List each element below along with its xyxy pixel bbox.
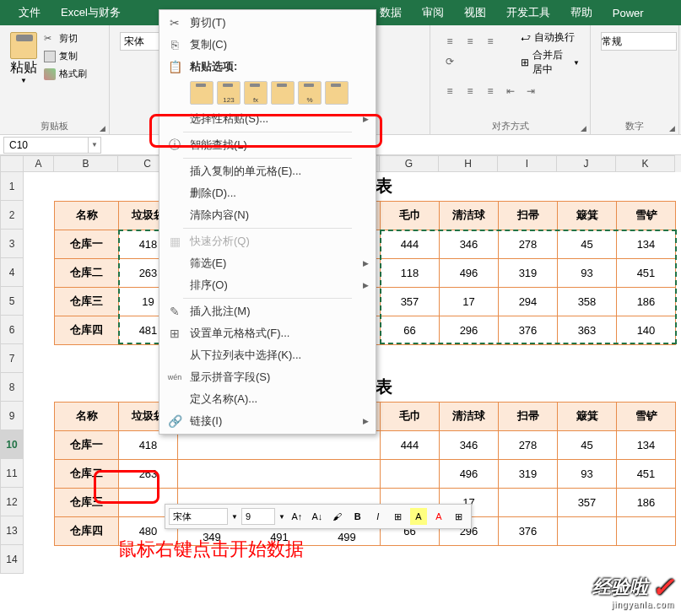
col-header-J[interactable]: J — [557, 155, 616, 172]
align-middle-icon[interactable]: ≡ — [461, 32, 479, 51]
data-cell[interactable]: 134 — [617, 430, 676, 459]
paste-opt-values[interactable]: 123 — [217, 81, 241, 105]
align-bottom-icon[interactable]: ≡ — [481, 32, 500, 51]
ctx-insert-copied[interactable]: 插入复制的单元格(E)... — [159, 160, 376, 182]
ctx-cut[interactable]: ✂ 剪切(T) — [159, 12, 376, 34]
paste-opt-link[interactable] — [325, 81, 349, 105]
menu-excel-finance[interactable]: Excel与财务 — [51, 0, 131, 25]
menu-file[interactable]: 文件 — [8, 0, 51, 25]
header-cell[interactable]: 扫帚 — [499, 201, 558, 230]
align-right-icon[interactable]: ≡ — [481, 82, 500, 100]
ctx-delete[interactable]: 删除(D)... — [159, 182, 376, 204]
align-top-icon[interactable]: ≡ — [440, 32, 459, 51]
header-cell[interactable]: 簸箕 — [558, 402, 617, 430]
row-header[interactable]: 5 — [0, 287, 24, 316]
menu-help[interactable]: 帮助 — [560, 0, 603, 25]
ctx-format-cells[interactable]: ⊞ 设置单元格格式(F)... — [159, 322, 376, 344]
mini-bold[interactable]: B — [349, 508, 366, 525]
mini-increase-font[interactable]: A↑ — [289, 508, 305, 525]
row-label-cell[interactable]: 仓库一 — [55, 230, 119, 258]
row-label-cell[interactable]: 仓库三 — [55, 488, 119, 516]
data-cell[interactable]: 45 — [558, 430, 617, 459]
paste-opt-transpose[interactable] — [271, 81, 295, 105]
row-header[interactable]: 3 — [0, 230, 24, 258]
data-cell[interactable]: 263 — [119, 459, 178, 488]
mini-border[interactable]: ⊞ — [390, 508, 407, 525]
merge-button[interactable]: ⊞ 合并后居中 ▼ — [517, 46, 583, 78]
row-label-cell[interactable]: 仓库二 — [55, 459, 119, 488]
name-box[interactable]: C10 — [3, 137, 88, 154]
data-cell[interactable]: 346 — [440, 430, 499, 459]
mini-font-color[interactable]: A — [430, 508, 447, 525]
header-cell[interactable]: 名称 — [55, 402, 119, 430]
row-header[interactable]: 4 — [0, 258, 24, 287]
cut-button[interactable]: ✂ 剪切 — [41, 30, 90, 46]
ctx-sort[interactable]: 排序(O) ▶ — [159, 274, 376, 296]
ctx-phonetic[interactable]: wén 显示拼音字段(S) — [159, 366, 376, 388]
header-cell[interactable]: 簸箕 — [558, 201, 617, 230]
row-label-cell[interactable]: 仓库四 — [55, 516, 119, 545]
ctx-define-name[interactable]: 定义名称(A)... — [159, 388, 376, 410]
row-label-cell[interactable]: 仓库四 — [55, 316, 119, 344]
header-cell[interactable]: 清洁球 — [440, 201, 499, 230]
data-cell[interactable]: 418 — [119, 430, 178, 459]
align-expand-icon[interactable]: ◢ — [581, 124, 586, 132]
number-format-select[interactable] — [601, 32, 677, 51]
header-cell[interactable]: 雪铲 — [617, 201, 676, 230]
row-label-cell[interactable]: 仓库二 — [55, 258, 119, 287]
header-cell[interactable]: 名称 — [55, 201, 119, 230]
copy-button[interactable]: 复制 — [41, 48, 90, 64]
col-header-B[interactable]: B — [54, 155, 118, 172]
indent-dec-icon[interactable]: ⇤ — [501, 82, 520, 100]
mini-italic[interactable]: I — [370, 508, 386, 525]
wrap-text-button[interactable]: ⮐ 自动换行 — [517, 29, 583, 46]
number-expand-icon[interactable]: ◢ — [669, 124, 675, 132]
header-cell[interactable]: 雪铲 — [617, 402, 676, 430]
header-cell[interactable]: 毛巾 — [381, 402, 440, 430]
paste-button[interactable]: 粘贴 ▼ — [7, 29, 41, 88]
name-box-dropdown[interactable]: ▼ — [88, 137, 101, 154]
menu-power[interactable]: Power — [603, 0, 654, 25]
data-cell[interactable]: 376 — [499, 516, 558, 545]
mini-merge[interactable]: ⊞ — [451, 508, 468, 525]
data-cell[interactable]: 319 — [499, 459, 558, 488]
ctx-dropdown-select[interactable]: 从下拉列表中选择(K)... — [159, 344, 376, 366]
mini-size-select[interactable] — [241, 508, 275, 525]
row-header[interactable]: 2 — [0, 201, 24, 230]
row-header[interactable]: 8 — [0, 373, 24, 402]
header-cell[interactable]: 扫帚 — [499, 402, 558, 430]
select-all-cell[interactable] — [0, 155, 24, 172]
ctx-paste-special[interactable]: 选择性粘贴(S)... ▶ — [159, 108, 376, 130]
col-header-K[interactable]: K — [616, 155, 675, 172]
ctx-insert-comment[interactable]: ✎ 插入批注(M) — [159, 300, 376, 322]
col-header-G[interactable]: G — [380, 155, 439, 172]
row-header[interactable]: 1 — [0, 172, 24, 201]
menu-view[interactable]: 视图 — [454, 0, 496, 25]
ctx-clear[interactable]: 清除内容(N) — [159, 204, 376, 226]
align-left-icon[interactable]: ≡ — [440, 82, 459, 100]
row-label-cell[interactable]: 仓库三 — [55, 287, 119, 316]
indent-inc-icon[interactable]: ⇥ — [522, 82, 540, 100]
paste-opt-all[interactable] — [190, 81, 213, 105]
row-header[interactable]: 7 — [0, 344, 24, 373]
data-cell[interactable]: 278 — [499, 430, 558, 459]
header-cell[interactable]: 毛巾 — [381, 201, 440, 230]
data-cell[interactable]: 444 — [381, 430, 440, 459]
ctx-copy[interactable]: ⎘ 复制(C) — [159, 34, 376, 56]
data-cell[interactable]: 496 — [440, 459, 499, 488]
clipboard-expand-icon[interactable]: ◢ — [100, 124, 105, 132]
row-header[interactable]: 14 — [0, 545, 24, 574]
orientation-icon[interactable]: ⟳ — [440, 52, 459, 71]
mini-decrease-font[interactable]: A↓ — [309, 508, 326, 525]
row-header[interactable]: 13 — [0, 516, 24, 545]
data-cell[interactable]: 186 — [617, 488, 676, 516]
col-header-A[interactable]: A — [24, 155, 54, 172]
paste-opt-formatting[interactable]: % — [298, 81, 322, 105]
menu-review[interactable]: 审阅 — [412, 0, 454, 25]
row-header[interactable]: 9 — [0, 402, 24, 430]
data-cell[interactable]: 451 — [617, 459, 676, 488]
data-cell[interactable]: 93 — [558, 459, 617, 488]
row-header[interactable]: 11 — [0, 459, 24, 488]
col-header-I[interactable]: I — [498, 155, 557, 172]
align-center-icon[interactable]: ≡ — [461, 82, 479, 100]
